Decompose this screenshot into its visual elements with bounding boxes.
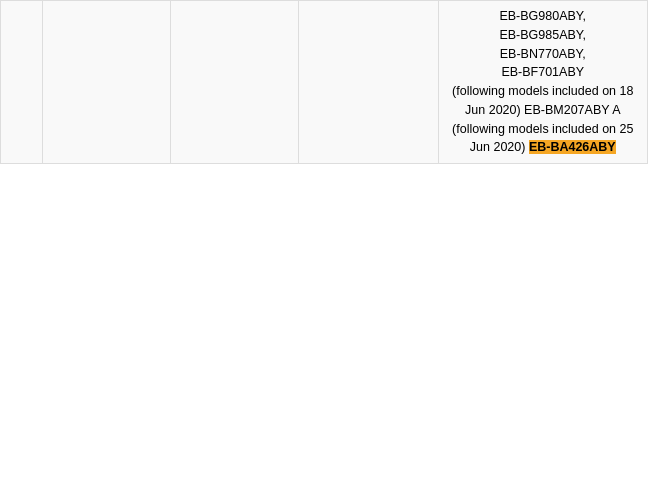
highlighted-model: EB-BA426ABY bbox=[529, 140, 616, 154]
col-1-cell bbox=[1, 1, 43, 164]
data-table: EB-BG980ABY, EB-BG985ABY, EB-BN770ABY, E… bbox=[0, 0, 648, 164]
model-list-text: EB-BG980ABY, EB-BG985ABY, EB-BN770ABY, E… bbox=[452, 9, 633, 154]
col-3-cell bbox=[170, 1, 298, 164]
col-2-cell bbox=[42, 1, 170, 164]
table-row: EB-BG980ABY, EB-BG985ABY, EB-BN770ABY, E… bbox=[1, 1, 648, 164]
col-4-cell bbox=[298, 1, 438, 164]
models-cell: EB-BG980ABY, EB-BG985ABY, EB-BN770ABY, E… bbox=[438, 1, 647, 164]
table-wrapper: EB-BG980ABY, EB-BG985ABY, EB-BN770ABY, E… bbox=[0, 0, 648, 503]
